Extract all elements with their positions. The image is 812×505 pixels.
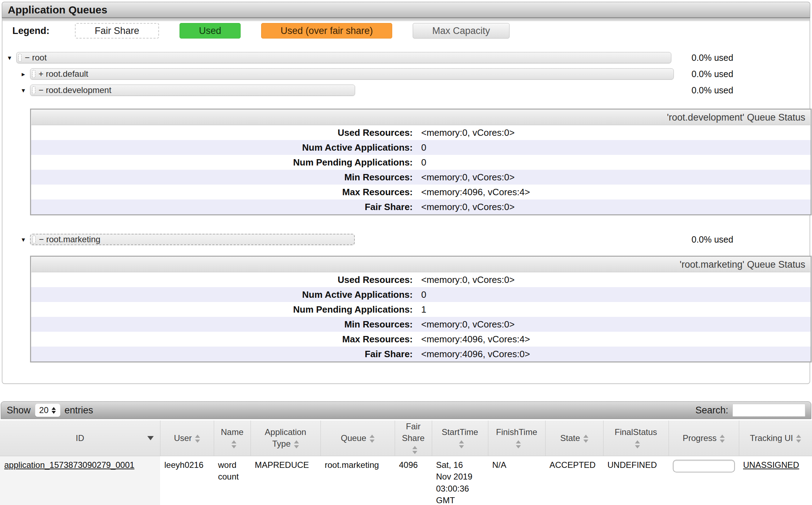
expand-toggle-icon[interactable]: ▸ [19, 70, 27, 78]
queue-bar-label: − root [25, 53, 47, 63]
column-header-user[interactable]: User [160, 420, 214, 456]
status-row: Used Resources: <memory:0, vCores:0> [31, 272, 811, 287]
status-row: Min Resources: <memory:0, vCores:0> [31, 317, 811, 332]
search-area: Search: [695, 404, 805, 417]
status-label: Fair Share: [31, 349, 417, 360]
column-header-progress[interactable]: Progress [669, 420, 739, 456]
page-title-bar: Application Queues [2, 2, 810, 18]
cell-progress [669, 456, 739, 505]
status-row: Fair Share: <memory:0, vCores:0> [31, 199, 811, 214]
column-header-application-type[interactable]: Application Type [251, 420, 320, 456]
sort-desc-icon [147, 436, 154, 440]
status-row: Min Resources: <memory:0, vCores:0> [31, 170, 811, 185]
status-label: Used Resources: [31, 274, 417, 285]
status-value: <memory:0, vCores:0> [417, 127, 514, 138]
cell-id: application_1573873090279_0001 [0, 456, 160, 505]
status-value: 0 [417, 142, 426, 153]
status-label: Min Resources: [31, 319, 417, 330]
sort-icon [294, 440, 299, 448]
tracking-ui-link[interactable]: UNASSIGNED [743, 460, 799, 470]
queue-bar-development[interactable]: − root.development [30, 85, 355, 96]
usage-label: 0.0% used [692, 85, 733, 95]
show-label: Show [7, 405, 31, 416]
status-row: Max Resources: <memory:4096, vCores:4> [31, 332, 811, 347]
search-input[interactable] [732, 404, 805, 417]
page-title: Application Queues [8, 4, 107, 16]
status-value: <memory:0, vCores:0> [417, 202, 514, 213]
sort-icon [459, 440, 464, 448]
legend-label: Legend: [12, 25, 49, 36]
cell-queue: root.marketing [320, 456, 395, 505]
status-row: Fair Share: <memory:4096, vCores:0> [31, 347, 811, 361]
cell-fair-share: 4096 [395, 456, 432, 505]
datatable-toolbar: Show 20 entries Search: [1, 401, 811, 419]
queue-bar-label: + root.default [39, 69, 88, 79]
column-header-starttime[interactable]: StartTime [432, 420, 488, 456]
legend-max-capacity: Max Capacity [413, 23, 510, 39]
legend-fair-share: Fair Share [75, 23, 159, 39]
status-value: <memory:0, vCores:0> [417, 172, 514, 183]
status-row: Max Resources: <memory:4096, vCores:4> [31, 185, 811, 199]
queue-bar-label: − root.development [39, 85, 111, 95]
status-row: Used Resources: <memory:0, vCores:0> [31, 125, 811, 140]
column-header-state[interactable]: State [545, 420, 603, 456]
queues-panel: Legend: Fair Share Used Used (over fair … [2, 18, 810, 384]
fair-share-marker [32, 86, 35, 94]
legend: Legend: Fair Share Used Used (over fair … [12, 23, 810, 39]
queue-row-default: ▸ + root.default 0.0% used [2, 66, 810, 82]
column-header-fair-share[interactable]: Fair Share [395, 420, 432, 456]
column-header-finalstatus[interactable]: FinalStatus [603, 420, 669, 456]
column-header-id[interactable]: ID [0, 420, 160, 456]
queue-status-table-marketing: 'root.marketing' Queue Status Used Resou… [30, 256, 812, 362]
status-label: Fair Share: [31, 202, 417, 213]
sort-icon [720, 435, 725, 443]
status-value: 0 [417, 157, 426, 168]
status-value: 0 [417, 289, 426, 300]
status-value: <memory:4096, vCores:4> [417, 334, 530, 345]
search-label: Search: [695, 405, 728, 416]
queue-row-marketing: ▾ − root.marketing 0.0% used [2, 231, 810, 248]
fair-share-marker [18, 54, 22, 62]
cell-name: word count [214, 456, 251, 505]
status-label: Used Resources: [31, 127, 417, 138]
panel-top-strip [2, 18, 810, 21]
entries-label: entries [65, 405, 93, 416]
status-row: Num Pending Applications: 0 [31, 155, 811, 170]
page-size-value: 20 [39, 405, 49, 415]
status-row: Num Pending Applications: 1 [31, 302, 811, 317]
status-value: <memory:0, vCores:0> [417, 274, 514, 285]
queue-bar-marketing[interactable]: − root.marketing [30, 234, 355, 245]
column-header-tracking-ui[interactable]: Tracking UI [739, 420, 812, 456]
sort-icon [635, 440, 640, 448]
queue-status-table-development: 'root.development' Queue Status Used Res… [30, 109, 812, 215]
expand-toggle-icon[interactable]: ▾ [19, 236, 27, 244]
queue-bar-root[interactable]: − root [16, 52, 671, 63]
status-label: Max Resources: [31, 187, 417, 198]
sort-icon [195, 435, 200, 443]
column-header-queue[interactable]: Queue [320, 420, 395, 456]
fair-share-marker [32, 70, 35, 78]
status-value: 1 [417, 304, 426, 315]
sort-icon [583, 435, 588, 443]
applications-table: ID User Name Application Type Queue Fair… [0, 420, 812, 505]
status-row: Num Active Applications: 0 [31, 287, 811, 302]
legend-used-over: Used (over fair share) [261, 23, 392, 39]
queue-status-title: 'root.development' Queue Status [31, 110, 811, 125]
cell-finishtime: N/A [488, 456, 545, 505]
cell-starttime: Sat, 16 Nov 2019 03:00:36 GMT [432, 456, 488, 505]
cell-state: ACCEPTED [545, 456, 603, 505]
page-size-select[interactable]: 20 [35, 404, 60, 417]
expand-toggle-icon[interactable]: ▾ [6, 54, 13, 62]
queue-bar-default[interactable]: + root.default [30, 68, 674, 80]
status-label: Num Active Applications: [31, 289, 417, 300]
usage-label: 0.0% used [692, 234, 733, 245]
sort-icon [796, 435, 801, 443]
column-header-name[interactable]: Name [214, 420, 251, 456]
sort-icon [370, 435, 375, 443]
column-header-finishtime[interactable]: FinishTime [488, 420, 545, 456]
application-id-link[interactable]: application_1573873090279_0001 [4, 460, 134, 470]
expand-toggle-icon[interactable]: ▾ [19, 86, 27, 94]
queue-tree: ▾ − root 0.0% used ▸ + root.default 0.0%… [2, 50, 810, 98]
queue-status-title: 'root.marketing' Queue Status [31, 257, 811, 272]
usage-label: 0.0% used [692, 69, 733, 79]
